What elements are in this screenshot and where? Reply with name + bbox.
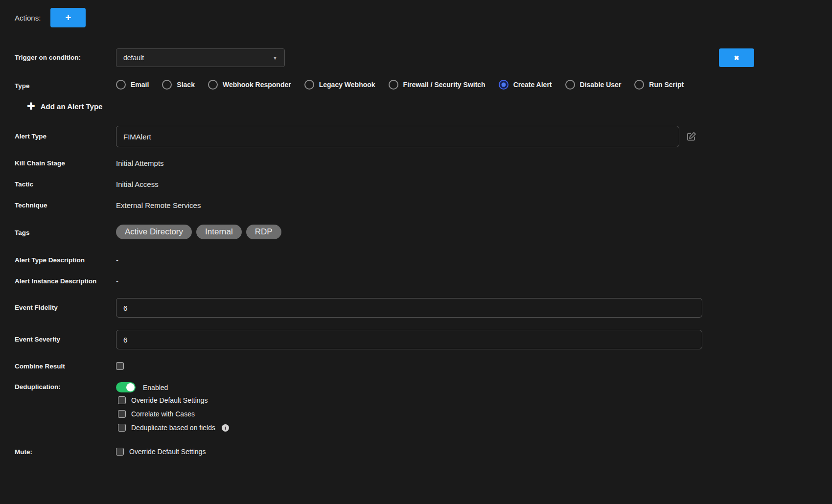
radio-label: Email xyxy=(131,81,149,89)
trigger-condition-dropdown[interactable]: default ▼ xyxy=(116,48,285,67)
radio-circle xyxy=(304,80,314,90)
radio-option-disable-user[interactable]: Disable User xyxy=(565,80,622,90)
radio-label: Webhook Responder xyxy=(223,81,291,89)
radio-label: Firewall / Security Switch xyxy=(403,81,485,89)
combine-result-label: Combine Result xyxy=(15,363,65,370)
radio-option-email[interactable]: Email xyxy=(116,80,149,90)
mute-label: Mute: xyxy=(15,448,32,456)
plus-icon: ✚ xyxy=(27,101,35,111)
correlate-with-cases-row[interactable]: Correlate with Cases xyxy=(118,410,229,418)
deduplication-options: Override Default Settings Correlate with… xyxy=(118,396,229,432)
radio-circle xyxy=(208,80,218,90)
alert-type-input[interactable] xyxy=(116,126,679,147)
info-icon: i xyxy=(222,424,229,432)
checkbox-label: Override Default Settings xyxy=(131,396,208,404)
deduplication-toggle-label: Enabled xyxy=(143,384,168,391)
alert-instance-description-value: - xyxy=(116,277,118,285)
radio-label: Legacy Webhook xyxy=(319,81,375,89)
radio-option-create-alert[interactable]: Create Alert xyxy=(499,80,552,90)
actions-label: Actions: xyxy=(15,14,41,22)
close-icon: ✖ xyxy=(734,54,740,62)
toggle-knob xyxy=(126,383,135,391)
radio-option-slack[interactable]: Slack xyxy=(162,80,195,90)
trigger-condition-label: Trigger on condition: xyxy=(15,54,81,61)
radio-label: Disable User xyxy=(580,81,622,89)
deduplication-label: Deduplication: xyxy=(15,383,61,390)
tactic-label: Tactic xyxy=(15,181,33,188)
combine-result-checkbox[interactable] xyxy=(116,362,124,370)
event-fidelity-input[interactable] xyxy=(116,298,702,318)
type-radio-group: Email Slack Webhook Responder Legacy Web… xyxy=(116,80,684,90)
radio-circle xyxy=(116,80,126,90)
alert-type-description-label: Alert Type Description xyxy=(15,256,85,264)
radio-option-legacy-webhook[interactable]: Legacy Webhook xyxy=(304,80,375,90)
deduplicate-based-on-fields-checkbox[interactable] xyxy=(118,424,126,432)
radio-label: Create Alert xyxy=(513,81,552,89)
override-default-settings-checkbox[interactable] xyxy=(118,396,126,404)
radio-circle xyxy=(565,80,575,90)
checkbox-label: Deduplicate based on fields xyxy=(131,424,215,432)
deduplicate-based-on-fields-row[interactable]: Deduplicate based on fields i xyxy=(118,424,229,432)
checkbox-label: Correlate with Cases xyxy=(131,410,195,418)
radio-circle xyxy=(389,80,398,90)
tag-pill: Internal xyxy=(196,225,242,239)
dedup-override-default-settings-row[interactable]: Override Default Settings xyxy=(118,396,229,404)
kill-chain-stage-value: Initial Attempts xyxy=(116,159,164,167)
event-fidelity-label: Event Fidelity xyxy=(15,304,58,311)
add-alert-type-link[interactable]: ✚ Add an Alert Type xyxy=(27,101,102,111)
radio-circle xyxy=(162,80,172,90)
radio-circle xyxy=(634,80,644,90)
deduplication-toggle-row: Enabled xyxy=(116,382,168,392)
deduplication-toggle[interactable] xyxy=(116,382,136,392)
tags-list: Active Directory Internal RDP xyxy=(116,225,281,239)
tags-label: Tags xyxy=(15,229,30,236)
tag-pill: RDP xyxy=(246,225,281,239)
tag-pill: Active Directory xyxy=(116,225,192,239)
technique-value: External Remote Services xyxy=(116,201,201,209)
event-severity-label: Event Severity xyxy=(15,336,60,343)
radio-option-webhook-responder[interactable]: Webhook Responder xyxy=(208,80,291,90)
alert-type-label: Alert Type xyxy=(15,133,46,140)
remove-action-button[interactable]: ✖ xyxy=(719,48,754,67)
edit-icon[interactable] xyxy=(687,132,696,143)
radio-label: Slack xyxy=(177,81,195,89)
type-label: Type xyxy=(15,82,30,90)
plus-icon: + xyxy=(66,12,71,23)
mute-override-default-settings-row[interactable]: Override Default Settings xyxy=(116,448,206,456)
add-alert-type-label: Add an Alert Type xyxy=(41,102,103,111)
correlate-with-cases-checkbox[interactable] xyxy=(118,410,126,418)
actions-row: Actions: + xyxy=(15,8,86,27)
mute-override-default-settings-checkbox[interactable] xyxy=(116,448,124,456)
kill-chain-stage-label: Kill Chain Stage xyxy=(15,160,65,167)
event-severity-input[interactable] xyxy=(116,330,702,349)
add-action-button[interactable]: + xyxy=(50,8,86,27)
chevron-down-icon: ▼ xyxy=(273,55,277,61)
technique-label: Technique xyxy=(15,202,47,209)
dropdown-selected-value: default xyxy=(123,54,144,62)
alert-type-description-value: - xyxy=(116,256,118,264)
radio-circle xyxy=(499,80,508,90)
checkbox-label: Override Default Settings xyxy=(129,448,206,456)
radio-option-firewall-security-switch[interactable]: Firewall / Security Switch xyxy=(389,80,485,90)
radio-label: Run Script xyxy=(649,81,684,89)
tactic-value: Initial Access xyxy=(116,180,159,188)
radio-option-run-script[interactable]: Run Script xyxy=(634,80,684,90)
alert-instance-description-label: Alert Instance Description xyxy=(15,277,96,285)
